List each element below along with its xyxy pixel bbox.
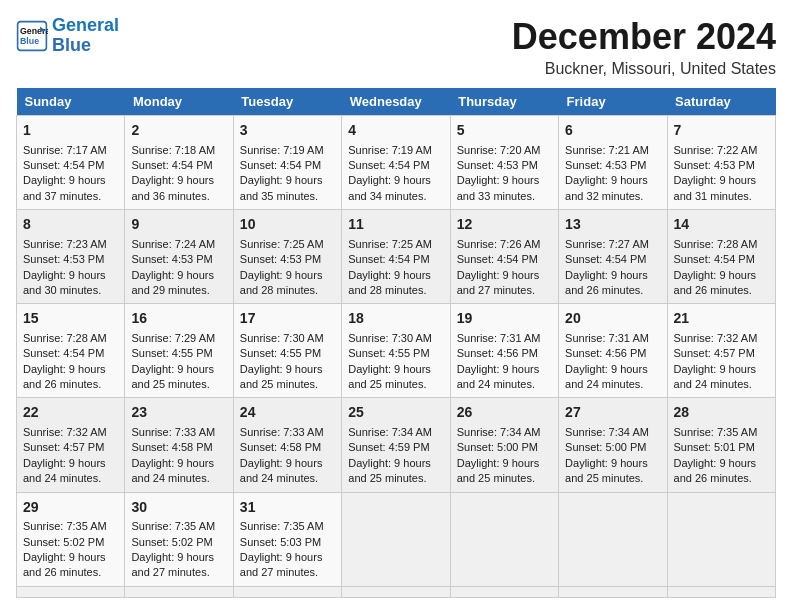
col-monday: Monday: [125, 88, 233, 116]
table-row: 26Sunrise: 7:34 AMSunset: 5:00 PMDayligh…: [450, 398, 558, 492]
calendar-table: Sunday Monday Tuesday Wednesday Thursday…: [16, 88, 776, 598]
table-row: 30Sunrise: 7:35 AMSunset: 5:02 PMDayligh…: [125, 492, 233, 586]
table-row: [667, 492, 775, 586]
svg-text:Blue: Blue: [20, 36, 39, 46]
table-row: 28Sunrise: 7:35 AMSunset: 5:01 PMDayligh…: [667, 398, 775, 492]
table-row: [450, 492, 558, 586]
calendar-week-row: 22Sunrise: 7:32 AMSunset: 4:57 PMDayligh…: [17, 398, 776, 492]
table-row: 1Sunrise: 7:17 AMSunset: 4:54 PMDaylight…: [17, 116, 125, 210]
col-tuesday: Tuesday: [233, 88, 341, 116]
table-row: [342, 492, 450, 586]
table-row: [450, 586, 558, 597]
table-row: 14Sunrise: 7:28 AMSunset: 4:54 PMDayligh…: [667, 210, 775, 304]
table-row: 4Sunrise: 7:19 AMSunset: 4:54 PMDaylight…: [342, 116, 450, 210]
table-row: 20Sunrise: 7:31 AMSunset: 4:56 PMDayligh…: [559, 304, 667, 398]
title-area: December 2024 Buckner, Missouri, United …: [512, 16, 776, 78]
table-row: [559, 586, 667, 597]
table-row: 17Sunrise: 7:30 AMSunset: 4:55 PMDayligh…: [233, 304, 341, 398]
table-row: 21Sunrise: 7:32 AMSunset: 4:57 PMDayligh…: [667, 304, 775, 398]
table-row: 5Sunrise: 7:20 AMSunset: 4:53 PMDaylight…: [450, 116, 558, 210]
table-row: 16Sunrise: 7:29 AMSunset: 4:55 PMDayligh…: [125, 304, 233, 398]
logo-line2: Blue: [52, 35, 91, 55]
table-row: 25Sunrise: 7:34 AMSunset: 4:59 PMDayligh…: [342, 398, 450, 492]
table-row: 24Sunrise: 7:33 AMSunset: 4:58 PMDayligh…: [233, 398, 341, 492]
table-row: [667, 586, 775, 597]
calendar-title: December 2024: [512, 16, 776, 58]
table-row: [559, 492, 667, 586]
table-row: 15Sunrise: 7:28 AMSunset: 4:54 PMDayligh…: [17, 304, 125, 398]
table-row: 27Sunrise: 7:34 AMSunset: 5:00 PMDayligh…: [559, 398, 667, 492]
table-row: 8Sunrise: 7:23 AMSunset: 4:53 PMDaylight…: [17, 210, 125, 304]
svg-text:General: General: [20, 26, 48, 36]
calendar-week-row: [17, 586, 776, 597]
table-row: 19Sunrise: 7:31 AMSunset: 4:56 PMDayligh…: [450, 304, 558, 398]
table-row: [342, 586, 450, 597]
col-wednesday: Wednesday: [342, 88, 450, 116]
calendar-week-row: 15Sunrise: 7:28 AMSunset: 4:54 PMDayligh…: [17, 304, 776, 398]
logo: General Blue General Blue: [16, 16, 119, 56]
table-row: 18Sunrise: 7:30 AMSunset: 4:55 PMDayligh…: [342, 304, 450, 398]
table-row: 2Sunrise: 7:18 AMSunset: 4:54 PMDaylight…: [125, 116, 233, 210]
table-row: 13Sunrise: 7:27 AMSunset: 4:54 PMDayligh…: [559, 210, 667, 304]
calendar-week-row: 8Sunrise: 7:23 AMSunset: 4:53 PMDaylight…: [17, 210, 776, 304]
col-friday: Friday: [559, 88, 667, 116]
table-row: 7Sunrise: 7:22 AMSunset: 4:53 PMDaylight…: [667, 116, 775, 210]
table-row: [125, 586, 233, 597]
table-row: 22Sunrise: 7:32 AMSunset: 4:57 PMDayligh…: [17, 398, 125, 492]
calendar-week-row: 29Sunrise: 7:35 AMSunset: 5:02 PMDayligh…: [17, 492, 776, 586]
logo-icon: General Blue: [16, 20, 48, 52]
col-saturday: Saturday: [667, 88, 775, 116]
table-row: 10Sunrise: 7:25 AMSunset: 4:53 PMDayligh…: [233, 210, 341, 304]
col-sunday: Sunday: [17, 88, 125, 116]
table-row: 11Sunrise: 7:25 AMSunset: 4:54 PMDayligh…: [342, 210, 450, 304]
header: General Blue General Blue December 2024 …: [16, 16, 776, 78]
logo-line1: General: [52, 15, 119, 35]
table-row: 12Sunrise: 7:26 AMSunset: 4:54 PMDayligh…: [450, 210, 558, 304]
calendar-subtitle: Buckner, Missouri, United States: [512, 60, 776, 78]
table-row: [233, 586, 341, 597]
table-row: 9Sunrise: 7:24 AMSunset: 4:53 PMDaylight…: [125, 210, 233, 304]
header-row: Sunday Monday Tuesday Wednesday Thursday…: [17, 88, 776, 116]
table-row: 3Sunrise: 7:19 AMSunset: 4:54 PMDaylight…: [233, 116, 341, 210]
table-row: 29Sunrise: 7:35 AMSunset: 5:02 PMDayligh…: [17, 492, 125, 586]
table-row: [17, 586, 125, 597]
table-row: 6Sunrise: 7:21 AMSunset: 4:53 PMDaylight…: [559, 116, 667, 210]
table-row: 23Sunrise: 7:33 AMSunset: 4:58 PMDayligh…: [125, 398, 233, 492]
col-thursday: Thursday: [450, 88, 558, 116]
calendar-week-row: 1Sunrise: 7:17 AMSunset: 4:54 PMDaylight…: [17, 116, 776, 210]
table-row: 31Sunrise: 7:35 AMSunset: 5:03 PMDayligh…: [233, 492, 341, 586]
